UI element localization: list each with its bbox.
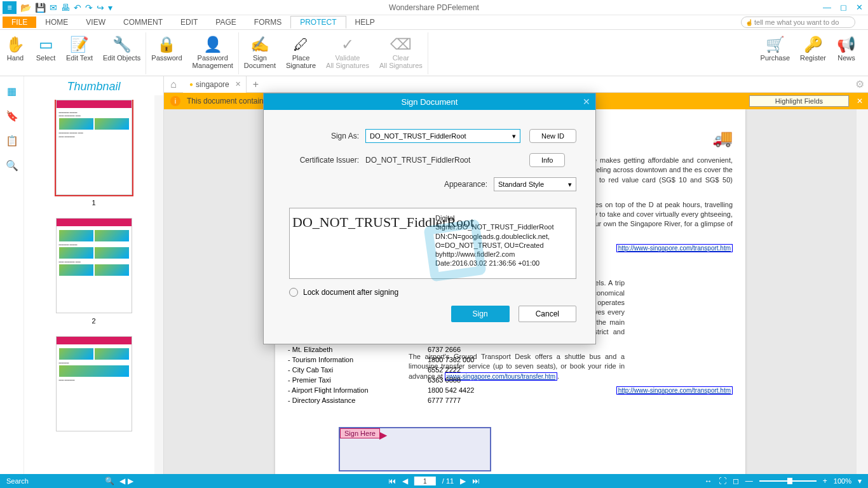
edit-objects-button[interactable]: 🔧Edit Objects [98,32,146,74]
thumbnail-page-3[interactable]: ▬▬▬▬▬▬ ▬▬▬▬ [56,336,132,431]
thumb-scrollbar[interactable] [154,95,163,474]
close-icon[interactable]: ✕ [856,3,863,12]
tab-file[interactable]: FILE [3,17,36,28]
thumbnail-number-1: 1 [92,199,95,207]
fit-width-icon[interactable]: ↔ [705,477,712,485]
highlight-fields-button[interactable]: Highlight Fields [749,95,849,107]
sign-here-label: Sign Here [340,428,380,438]
ribbon: ✋Hand ▭Select 📝Edit Text 🔧Edit Objects 🔒… [0,29,868,76]
select-button[interactable]: ▭Select [31,32,61,74]
search-icon[interactable]: 🔍 [6,159,18,172]
page-link[interactable]: http://www-singapore.com/transport.htm [616,244,733,252]
redo-left-icon[interactable]: ↷ [85,3,93,13]
edit-text-button[interactable]: 📝Edit Text [61,32,98,74]
password-button[interactable]: 🔒Password [146,32,187,74]
left-icon-strip: ▦ 🔖 📋 🔍 [0,76,24,474]
zoom-in-icon[interactable]: + [823,477,827,485]
zoom-slider[interactable] [759,480,817,482]
appearance-label: Appearance: [444,180,494,189]
prev-page-icon[interactable]: ◀ [402,477,408,485]
signature-preview: DO_NOT_TRUST_FiddlerRoot Digital Signer:… [289,208,576,279]
thumbnail-page-1[interactable]: ▬▬▬▬ ▬▬▬▬▬ ▬▬▬▬ ▬▬▬▬▬▬ ▬▬▬ ▬▬▬▬ ▬▬▬▬ [56,100,132,195]
bookmark-icon[interactable]: 🔖 [6,110,18,122]
document-scrollbar[interactable] [857,109,868,474]
sign-button[interactable]: Sign [451,306,510,322]
sign-document-dialog: Sign Document ✕ Sign As: DO_NOT_TRUST_Fi… [263,93,596,344]
tab-home[interactable]: HOME [36,17,77,28]
app-logo[interactable]: ≡ [3,1,17,14]
find-icon[interactable]: 🔍 [105,477,114,485]
place-signature-button[interactable]: 🖊Place Signature [281,32,321,74]
tab-forms[interactable]: FORMS [245,17,290,28]
thumbnail-panel: Thumbnail ▬▬▬▬ ▬▬▬▬▬ ▬▬▬▬ ▬▬▬▬▬▬ ▬▬▬ ▬▬▬… [24,76,164,474]
page-input[interactable] [414,477,436,485]
arrow-icon: ▶ [379,429,387,441]
fullscreen-icon[interactable]: ◻ [733,477,739,485]
page-link[interactable]: http://www-singapore.com/transport.htm [616,386,733,395]
maximize-icon[interactable]: ◻ [840,3,847,12]
search-input[interactable]: tell me what you want to do [741,17,855,28]
appearance-select[interactable]: Standard Style▾ [494,177,576,191]
last-page-icon[interactable]: ⏭ [472,477,480,485]
zoom-out-icon[interactable]: — [745,477,753,485]
zoom-dropdown-icon[interactable]: ▾ [858,477,862,485]
redo-right-icon[interactable]: ↪ [97,3,104,13]
sign-document-button[interactable]: ✍Sign Document [239,32,281,74]
thumbnail-number-2: 2 [92,317,95,325]
purchase-button[interactable]: 🛒Purchase [756,32,795,64]
sign-as-select[interactable]: DO_NOT_TRUST_FiddlerRoot▾ [365,129,520,143]
prev-icon[interactable]: ◀ [119,477,125,485]
thumbnail-list: ▬▬▬▬ ▬▬▬▬▬ ▬▬▬▬ ▬▬▬▬▬▬ ▬▬▬ ▬▬▬▬ ▬▬▬▬ 1 ▬… [24,100,163,474]
undo-icon[interactable]: ↶ [74,3,81,13]
new-id-button[interactable]: New ID [529,129,576,143]
register-button[interactable]: 🔑Register [795,32,831,64]
tab-help[interactable]: HELP [346,17,384,28]
thumbnail-title: Thumbnail [24,76,163,100]
document-tab[interactable]: singapore✕ [183,76,247,93]
thumbnail-page-2[interactable]: ▬▬▬▬ ▬▬▬▬▬ ▬▬▬▬ ▬▬ [56,218,132,313]
tab-protect[interactable]: PROTECT [290,16,346,29]
close-tab-icon[interactable]: ✕ [235,80,241,88]
first-page-icon[interactable]: ⏮ [388,477,396,485]
save-icon[interactable]: 💾 [35,3,46,13]
hand-button[interactable]: ✋Hand [0,32,31,74]
zoom-controls: ↔ ⛶ ◻ — + 100% ▾ [705,477,862,485]
close-bar-icon[interactable]: ✕ [857,97,863,105]
home-icon[interactable]: ⌂ [164,79,183,90]
print-icon[interactable]: 🖶 [61,3,70,13]
status-search[interactable]: Search [0,477,29,485]
next-icon[interactable]: ▶ [128,477,133,485]
minimize-icon[interactable]: — [823,3,831,12]
info-button[interactable]: Info [529,153,565,167]
tab-view[interactable]: VIEW [77,17,114,28]
lock-label: Lock document after signing [303,288,398,297]
fit-page-icon[interactable]: ⛶ [719,477,726,485]
chevron-down-icon: ▾ [568,180,572,189]
signature-field[interactable]: Sign Here ▶ [339,427,491,471]
zoom-value: 100% [834,477,851,485]
email-icon[interactable]: ✉ [50,3,57,13]
lock-checkbox[interactable] [289,288,298,297]
validate-signatures-button[interactable]: ✓Validate All Signatures [321,32,374,74]
password-mgmt-button[interactable]: 👤Password Management [187,32,238,74]
window-controls: — ◻ ✕ [823,3,863,12]
titlebar: ≡ 📂 💾 ✉ 🖶 ↶ ↷ ↪ ▾ Wondershare PDFelement… [0,0,868,15]
tab-comment[interactable]: COMMENT [114,17,172,28]
tab-page[interactable]: PAGE [207,17,245,28]
lock-checkbox-row[interactable]: Lock document after signing [264,288,595,297]
new-tab-icon[interactable]: + [247,79,265,90]
dropdown-icon[interactable]: ▾ [108,3,112,13]
cancel-button[interactable]: Cancel [519,306,576,322]
document-tabbar: ⌂ singapore✕ + ⚙ [164,76,868,93]
tab-settings-icon[interactable]: ⚙ [855,78,864,90]
news-button[interactable]: 📢News [831,32,862,64]
note-icon[interactable]: 📋 [6,135,18,147]
next-page-icon[interactable]: ▶ [460,477,466,485]
sign-as-label: Sign As: [289,132,365,140]
clear-signatures-button[interactable]: ⌫Clear All Signatures [374,32,428,74]
page-total: / 11 [442,477,454,485]
tab-edit[interactable]: EDIT [172,17,207,28]
thumbnail-view-icon[interactable]: ▦ [7,85,17,97]
open-icon[interactable]: 📂 [20,3,31,13]
dialog-close-icon[interactable]: ✕ [583,97,590,107]
